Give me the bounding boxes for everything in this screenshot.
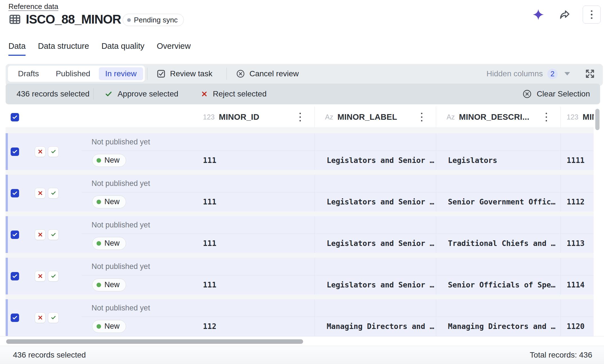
hidden-columns-label: Hidden columns: [486, 69, 543, 78]
reject-selected-button[interactable]: Reject selected: [201, 89, 266, 98]
not-published-label: Not published yet: [81, 138, 150, 146]
pending-sync-dot: [127, 18, 131, 22]
cell-minor-id: 111: [203, 239, 216, 248]
x-icon: [37, 273, 43, 279]
chevron-down-icon: [564, 72, 570, 75]
cell-minor-label: Legislators and Senior …: [327, 197, 434, 206]
cell-minor-id: 111: [203, 197, 216, 206]
vertical-scrollbar[interactable]: [595, 109, 600, 130]
tab-data-structure[interactable]: Data structure: [38, 42, 89, 56]
data-toolbar: Drafts Published In review Review task C…: [6, 64, 603, 86]
column-menu-icon[interactable]: [298, 111, 303, 123]
segment-published[interactable]: Published: [47, 67, 99, 80]
sparkle-icon: [532, 9, 544, 20]
more-options-button[interactable]: [583, 6, 601, 24]
approve-record-button[interactable]: [48, 146, 59, 157]
review-task-button[interactable]: Review task: [153, 69, 216, 79]
approve-selected-button[interactable]: Approve selected: [104, 89, 178, 98]
hidden-columns-count-badge: 2: [547, 69, 558, 79]
reference-data-page: Reference data ISCO_88_MINOR Pending syn…: [0, 0, 604, 364]
pending-sync-badge: Pending sync: [123, 14, 184, 26]
cell-minor-last: 1112: [567, 197, 585, 206]
reject-record-button[interactable]: [35, 146, 45, 157]
share-button[interactable]: [558, 8, 571, 21]
selection-indicator: [6, 216, 8, 253]
column-menu-icon[interactable]: [419, 111, 424, 123]
clear-selection-button[interactable]: Clear Selection: [522, 89, 590, 99]
column-type-number: 123: [567, 113, 578, 121]
select-all-checkbox[interactable]: [11, 113, 19, 121]
kebab-icon: [591, 10, 592, 12]
selection-indicator: [6, 299, 8, 336]
row-checkbox[interactable]: [11, 272, 19, 280]
selection-indicator: [6, 175, 8, 211]
table-row: Not published yet New 111 Legislators an…: [6, 258, 594, 294]
tab-data-quality[interactable]: Data quality: [101, 42, 144, 56]
new-status-dot: [97, 324, 101, 329]
table-row: Not published yet New 112 Managing Direc…: [6, 299, 594, 336]
tab-data[interactable]: Data: [8, 42, 26, 56]
column-type-number: 123: [203, 113, 215, 121]
row-checkbox[interactable]: [11, 189, 19, 197]
column-type-text: Az: [325, 113, 333, 121]
checkbox-check-icon: [156, 69, 166, 79]
new-status-dot: [97, 241, 101, 246]
cell-minor-label: Managing Directors and …: [327, 322, 434, 331]
column-menu-icon[interactable]: [544, 111, 549, 123]
new-status-dot: [97, 200, 101, 204]
x-icon: [37, 232, 43, 238]
title-row: ISCO_88_MINOR: [8, 12, 121, 26]
table-body: Not published yet New 111 Legislators an…: [6, 128, 594, 336]
row-checkbox[interactable]: [11, 314, 19, 322]
row-checkbox[interactable]: [11, 148, 19, 156]
row-checkbox[interactable]: [11, 231, 19, 239]
approve-record-button[interactable]: [48, 188, 59, 199]
table-row: Not published yet New 111 Legislators an…: [6, 175, 594, 211]
check-icon: [51, 232, 56, 238]
hidden-columns-control[interactable]: Hidden columns 2: [486, 68, 596, 80]
cell-minor-id: 111: [203, 280, 216, 289]
new-status-badge: New: [92, 195, 126, 208]
cell-minor-id: 112: [203, 322, 216, 331]
cell-minor-descri: Traditional Chiefs and …: [448, 239, 555, 248]
cell-minor-last: 1114: [567, 280, 585, 289]
share-icon: [559, 9, 571, 20]
column-header-minor-label: Az MINOR_LABEL: [314, 107, 436, 128]
breadcrumb[interactable]: Reference data: [8, 2, 58, 11]
approve-record-button[interactable]: [48, 229, 59, 240]
ai-sparkle-button[interactable]: [532, 8, 545, 21]
column-type-text: Az: [447, 113, 455, 121]
tab-overview[interactable]: Overview: [157, 42, 191, 56]
cell-minor-descri: Senior Officials of Spe…: [448, 280, 555, 289]
footer-total-records: Total records: 436: [530, 351, 592, 360]
new-status-badge: New: [92, 278, 126, 291]
check-icon: [51, 149, 56, 155]
approve-record-button[interactable]: [48, 271, 59, 282]
not-published-label: Not published yet: [81, 179, 150, 188]
reject-record-button[interactable]: [35, 312, 45, 323]
reject-record-button[interactable]: [35, 229, 45, 240]
reject-record-button[interactable]: [35, 188, 45, 199]
expand-icon: [585, 68, 595, 79]
selection-indicator: [6, 133, 8, 170]
expand-fullscreen-button[interactable]: [584, 68, 596, 80]
selection-indicator: [6, 258, 8, 294]
table-grid-icon: [8, 13, 21, 26]
table-header-row: 123 MINOR_ID Az MINOR_LABEL Az MINOR_DES…: [6, 107, 594, 128]
cancel-review-button[interactable]: Cancel review: [232, 69, 302, 79]
check-icon: [51, 315, 56, 321]
approve-record-button[interactable]: [48, 312, 59, 323]
segment-drafts[interactable]: Drafts: [10, 67, 47, 80]
horizontal-scrollbar[interactable]: [6, 339, 303, 344]
cell-minor-label: Legislators and Senior …: [327, 280, 434, 289]
new-status-badge: New: [92, 237, 126, 250]
footer-selected-count: 436 records selected: [13, 351, 86, 360]
segment-in-review[interactable]: In review: [99, 67, 143, 80]
top-actions: [532, 6, 601, 24]
new-status-dot: [97, 283, 101, 287]
reject-record-button[interactable]: [35, 271, 45, 282]
not-published-label: Not published yet: [81, 304, 150, 312]
cell-minor-descri: Senior Government Offic…: [448, 197, 555, 206]
new-status-badge: New: [92, 320, 126, 333]
new-status-dot: [97, 158, 101, 163]
